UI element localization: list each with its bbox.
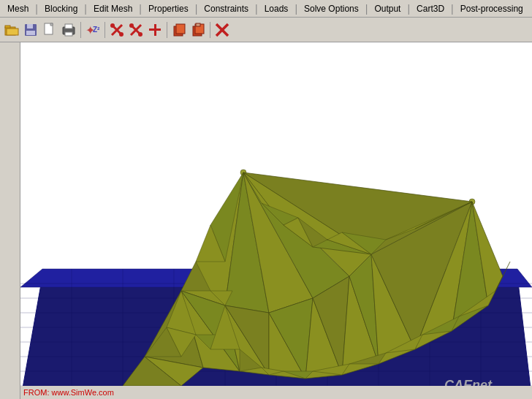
close-red-icon[interactable] xyxy=(213,21,231,39)
menu-divider-2: | xyxy=(84,3,87,15)
cut2-icon[interactable] xyxy=(127,21,145,39)
toolbar-separator-1 xyxy=(80,22,81,38)
menu-item-solve-options[interactable]: Solve Options xyxy=(298,2,365,15)
main-area: CAEnet FROM: www.SimWe.com xyxy=(0,42,532,399)
svg-rect-25 xyxy=(176,24,185,34)
toolbar-separator-2 xyxy=(104,22,105,38)
new-doc-icon[interactable] xyxy=(41,21,58,39)
menu-item-properties[interactable]: Properties xyxy=(142,2,194,15)
menu-divider-6: | xyxy=(294,3,297,15)
menu-item-cart3d[interactable]: Cart3D xyxy=(411,2,450,15)
svg-rect-1 xyxy=(5,26,10,28)
svg-rect-4 xyxy=(27,24,33,28)
menu-item-edit-mesh[interactable]: Edit Mesh xyxy=(88,2,138,15)
svg-rect-10 xyxy=(65,24,72,28)
menu-item-output[interactable]: Output xyxy=(368,2,406,15)
menu-divider-8: | xyxy=(407,3,410,15)
menu-divider-3: | xyxy=(139,3,142,15)
menu-divider-1: | xyxy=(35,3,38,15)
open-icon[interactable] xyxy=(3,21,20,39)
menu-item-constraints[interactable]: Constraints xyxy=(198,2,254,15)
svg-rect-2 xyxy=(7,28,18,35)
copy-icon[interactable] xyxy=(170,21,188,39)
svg-point-16 xyxy=(110,23,115,28)
menu-divider-5: | xyxy=(255,3,258,15)
svg-text:Z²: Z² xyxy=(93,26,100,34)
print-icon[interactable] xyxy=(60,21,77,39)
star1-icon[interactable]: ✦ Z² xyxy=(84,21,102,39)
viewport[interactable]: CAEnet FROM: www.SimWe.com xyxy=(20,42,532,399)
save-icon[interactable] xyxy=(22,21,39,39)
svg-rect-23 xyxy=(154,24,156,36)
svg-rect-5 xyxy=(26,31,35,35)
toolbar-separator-3 xyxy=(167,22,167,38)
cut1-icon[interactable] xyxy=(108,21,126,39)
toolbar-separator-4 xyxy=(210,22,210,38)
menu-bar: Mesh | Blocking | Edit Mesh | Properties… xyxy=(0,0,532,18)
svg-point-17 xyxy=(119,32,123,37)
menu-item-blocking[interactable]: Blocking xyxy=(39,2,83,15)
svg-point-20 xyxy=(129,23,134,28)
svg-rect-28 xyxy=(196,23,200,26)
menu-divider-7: | xyxy=(365,3,368,15)
left-panel xyxy=(0,42,20,399)
menu-item-post-processing[interactable]: Post-processing xyxy=(455,2,529,15)
svg-point-21 xyxy=(138,32,142,37)
3d-scene: CAEnet FROM: www.SimWe.com xyxy=(20,42,532,399)
menu-item-mesh[interactable]: Mesh xyxy=(1,2,34,15)
status-text: FROM: www.SimWe.com xyxy=(23,388,114,397)
menu-divider-4: | xyxy=(195,3,198,15)
paste-icon[interactable] xyxy=(189,21,207,39)
menu-item-loads[interactable]: Loads xyxy=(259,2,294,15)
svg-rect-11 xyxy=(65,32,72,36)
menu-divider-9: | xyxy=(451,3,454,15)
delete-icon[interactable] xyxy=(146,21,164,39)
toolbar: ✦ Z² xyxy=(0,18,532,42)
